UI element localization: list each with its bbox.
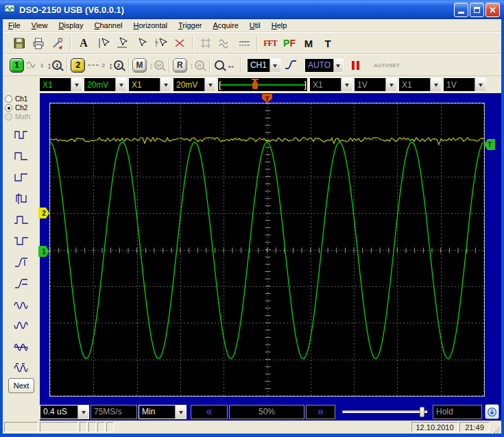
measure-button[interactable]: M (300, 35, 317, 51)
menu-item[interactable]: Horizontal (128, 20, 173, 31)
magnifier-icon: M (154, 60, 164, 70)
ch1-probe-select[interactable]: X1 (39, 77, 82, 92)
no-cursor-button[interactable] (171, 35, 188, 51)
menu-item[interactable]: Trigger (173, 20, 207, 31)
rise-time-icon[interactable] (14, 255, 29, 269)
ch2-enable-button[interactable]: 2 (71, 58, 85, 73)
dotted-line-button[interactable] (236, 35, 252, 51)
dropdown-arrow-icon[interactable] (160, 78, 171, 91)
print-button[interactable] (30, 35, 47, 51)
slider-handle[interactable] (420, 407, 424, 417)
menu-item[interactable]: Display (53, 20, 88, 31)
fft-button[interactable]: FFT (262, 35, 278, 51)
channel-radio-ch2[interactable]: Ch2 (5, 104, 38, 112)
scroll-right-button[interactable]: » (306, 405, 335, 419)
radio-icon (5, 95, 12, 103)
channel-radio-ch1[interactable]: Ch1 (5, 95, 38, 103)
dropdown-arrow-icon[interactable] (333, 59, 343, 72)
hzoom-button[interactable]: ↔ (215, 57, 236, 73)
toolbar-separator (240, 58, 241, 73)
timebase-select[interactable]: 0.4 uS (40, 405, 89, 419)
ch1-zero-marker[interactable]: 1 (38, 246, 49, 257)
pos-width-icon[interactable] (14, 149, 29, 163)
pos-pulse-icon[interactable] (14, 213, 29, 227)
math-enable-button[interactable]: M (132, 58, 147, 73)
minimize-button[interactable] (454, 3, 468, 17)
amplitude-icon[interactable] (14, 340, 29, 354)
ref-probe-value: X1 (399, 78, 430, 91)
text-tool-button[interactable]: A (75, 35, 92, 51)
maximize-button[interactable] (470, 3, 484, 17)
trigger-slope-button[interactable] (283, 57, 299, 73)
menu-item[interactable]: View (26, 20, 53, 31)
interpolation-select[interactable]: Min (139, 405, 187, 419)
ch1-vzoom-button[interactable]: ↕ 1 (46, 57, 62, 73)
trigger-position-marker[interactable] (252, 79, 259, 91)
ch1-waveform-sub: 1 (40, 62, 43, 68)
next-button[interactable]: Next (8, 378, 34, 393)
no-cursor-icon (173, 37, 186, 49)
frequency-icon[interactable] (14, 298, 29, 312)
dropdown-arrow-icon[interactable] (269, 59, 280, 72)
ch2-probe-value: X1 (129, 78, 160, 91)
resize-grip-icon[interactable] (491, 425, 500, 434)
menu-item[interactable]: Help (266, 20, 293, 31)
waveform-style-button[interactable] (217, 35, 233, 51)
menu-item[interactable]: Util (244, 20, 266, 31)
grid-button[interactable] (197, 35, 214, 51)
vertical-cursor-button[interactable] (95, 35, 111, 51)
title-bar[interactable]: DSO-2150 USB (V6.0.0.1) (0, 0, 504, 19)
update-button[interactable] (485, 404, 499, 419)
trigger-position-slider[interactable]: [ ] (217, 77, 308, 92)
pass-fail-button[interactable]: PF (281, 35, 298, 51)
ref-enable-button[interactable]: R (173, 58, 187, 73)
menu-item[interactable]: Channel (88, 20, 128, 31)
dropdown-arrow-icon[interactable] (71, 78, 82, 91)
status-panel (80, 422, 87, 432)
dropdown-arrow-icon[interactable] (115, 78, 126, 91)
settings-button[interactable] (49, 35, 66, 51)
trigger-mode-select[interactable]: AUTO (304, 58, 344, 73)
ch2-vzoom-button[interactable]: ↕ 2 (108, 57, 124, 73)
text-annotation-button[interactable]: T (320, 35, 336, 51)
menu-item[interactable]: File (3, 20, 26, 31)
pause-button[interactable] (348, 57, 364, 73)
overshoot-icon[interactable] (14, 319, 29, 333)
neg-width-icon[interactable] (14, 171, 29, 184)
fail-icon: F (289, 38, 296, 49)
trigger-level-marker[interactable]: T (484, 139, 495, 150)
ch2-volts-select[interactable]: 20mV (173, 77, 216, 92)
pause-icon (357, 61, 359, 70)
arrow-cursor-button[interactable] (133, 35, 149, 51)
horizontal-cursor-button[interactable] (114, 35, 130, 51)
duty-cycle-icon[interactable] (14, 192, 29, 205)
ch2-zero-marker[interactable]: 2 (38, 208, 49, 218)
radio-selected-icon (5, 104, 12, 112)
status-bar: 12.10.2010 21:49 (3, 421, 501, 434)
menu-item[interactable]: Acquire (207, 20, 243, 31)
close-button[interactable] (485, 3, 500, 17)
rms-icon[interactable] (14, 362, 29, 375)
scope-display (49, 103, 485, 397)
save-button[interactable] (11, 35, 27, 51)
neg-pulse-icon[interactable] (14, 234, 29, 248)
updown-icon: ↕ (149, 60, 154, 71)
dropdown-arrow-icon[interactable] (77, 405, 88, 419)
track-cursor-button[interactable] (152, 35, 169, 51)
scroll-left-button[interactable]: « (191, 405, 228, 419)
scroll-slider[interactable] (341, 405, 429, 419)
ch1-waveform-button[interactable]: 1 (25, 57, 43, 73)
dropdown-arrow-icon[interactable] (204, 78, 215, 91)
fall-time-icon[interactable] (14, 277, 29, 290)
ch1-volts-select[interactable]: 20mV (84, 77, 127, 92)
save-icon (12, 36, 26, 50)
trigger-source-select[interactable]: CH1 (247, 58, 281, 73)
ch2-probe-select[interactable]: X1 (128, 77, 171, 92)
dropdown-arrow-icon[interactable] (175, 405, 186, 419)
period-icon[interactable] (14, 128, 29, 142)
radio-label: Ch1 (15, 95, 27, 103)
trigger-position-top-marker[interactable]: T (262, 94, 272, 103)
arrow-cursor-icon (135, 37, 148, 49)
ch1-enable-button[interactable]: 1 (10, 58, 24, 73)
ch2-waveform-button[interactable]: 2 (86, 57, 104, 73)
